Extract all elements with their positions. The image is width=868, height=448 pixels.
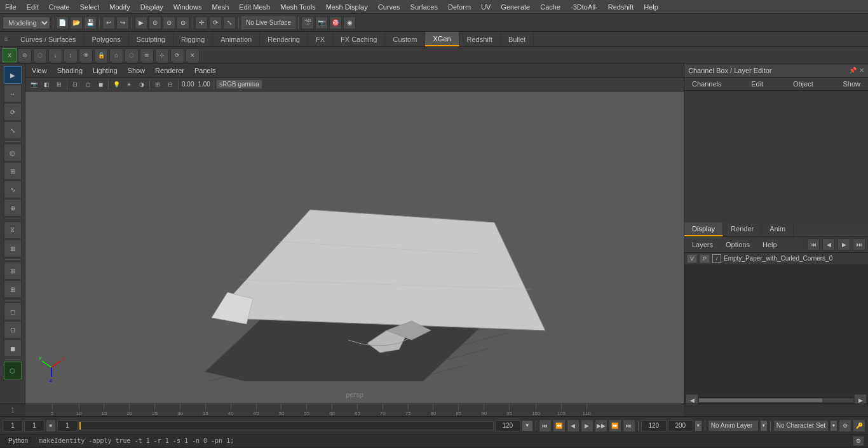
tool-snap-curve[interactable]: ∿ — [4, 180, 22, 198]
vp-smooth-btn[interactable]: ◻ — [82, 79, 93, 90]
vp-texture-btn[interactable]: ◼ — [95, 79, 106, 90]
tool-construction[interactable]: ⊞ — [4, 240, 22, 257]
menu-modify[interactable]: Modify — [104, 2, 135, 12]
pb-auto-key-btn[interactable]: 🔑 — [853, 419, 865, 432]
anim-layer-selector[interactable]: No Anim Layer — [708, 420, 759, 431]
vp-menu-view[interactable]: View — [28, 65, 51, 76]
frame-end-field[interactable]: 120 — [495, 420, 520, 431]
undo-btn[interactable]: ↩ — [102, 17, 115, 29]
pb-in-field[interactable]: 120 — [641, 420, 667, 431]
pb-prev-btn[interactable]: ◀ — [567, 419, 580, 432]
vp-light2-btn[interactable]: ☀ — [123, 79, 135, 90]
channel-tab-display[interactable]: Display — [684, 222, 723, 236]
tool-multi2[interactable]: ⊞ — [4, 280, 22, 298]
viewport[interactable]: View Shading Lighting Show Renderer Pane… — [25, 64, 684, 404]
tool-xgen-7[interactable]: 🔒 — [94, 48, 108, 62]
open-scene-btn[interactable]: 📂 — [70, 17, 83, 29]
menu-file[interactable]: File — [0, 2, 22, 12]
channel-tab-anim[interactable]: Anim — [762, 222, 794, 236]
menu-curves[interactable]: Curves — [373, 2, 405, 12]
snap-btn[interactable]: ⊙ — [177, 17, 189, 29]
layers-btn-options[interactable]: Options — [721, 240, 755, 250]
layer-item[interactable]: V P / Empty_Paper_with_Curled_Corners_0 — [684, 253, 868, 265]
tab-bullet[interactable]: Bullet — [501, 32, 534, 46]
tab-animation[interactable]: Animation — [213, 32, 260, 46]
tab-fx-caching[interactable]: FX Caching — [333, 32, 385, 46]
tick-field[interactable]: 1 — [57, 420, 78, 431]
playback-speed-btn[interactable]: ▼ — [522, 420, 533, 431]
tool-xgen-9[interactable]: ⬡ — [125, 48, 139, 62]
tool-xgen-13[interactable]: ✕ — [186, 48, 200, 62]
render-btn[interactable]: 🎬 — [301, 17, 314, 29]
render2-btn[interactable]: 📷 — [315, 17, 328, 29]
tab-rigging[interactable]: Rigging — [173, 32, 213, 46]
vp-shadow-btn[interactable]: ◑ — [136, 79, 147, 90]
pb-next-frame-btn[interactable]: ⏩ — [609, 419, 621, 432]
workspace-selector[interactable]: Modeling — [3, 17, 50, 29]
tool-xgen-12[interactable]: ⟳ — [170, 48, 184, 62]
menu-display[interactable]: Display — [135, 2, 168, 12]
tool-multi[interactable]: ⊞ — [4, 262, 22, 280]
viewport-canvas[interactable]: x y z persp — [25, 92, 684, 404]
scale-btn[interactable]: ⤡ — [223, 17, 236, 29]
timeline-ruler[interactable]: 5101520253035404550556065707580859095100… — [25, 404, 684, 416]
pb-out-field[interactable]: 200 — [668, 420, 693, 431]
tool-outline[interactable]: ◻ — [4, 302, 22, 320]
tool-xgen-5[interactable]: ↕ — [64, 48, 78, 62]
channel-box-close-btn[interactable]: ✕ — [859, 67, 864, 74]
vp-grid-btn[interactable]: ⊞ — [152, 79, 163, 90]
vp-wireframe-btn[interactable]: ⊡ — [69, 79, 81, 90]
menu-cache[interactable]: Cache — [535, 2, 566, 12]
save-scene-btn[interactable]: 💾 — [84, 17, 97, 29]
menu-edit-mesh[interactable]: Edit Mesh — [234, 2, 275, 12]
tab-redshift[interactable]: Redshift — [459, 32, 501, 46]
menu-windows[interactable]: Windows — [168, 2, 207, 12]
current-frame-field[interactable]: 1 — [3, 420, 23, 431]
cb-nav-edit[interactable]: Edit — [747, 79, 767, 89]
move-btn[interactable]: ✛ — [195, 17, 208, 29]
menu-3dtoall[interactable]: -3DtoAll- — [566, 2, 603, 12]
cb-nav-object[interactable]: Object — [789, 79, 817, 89]
menu-redshift[interactable]: Redshift — [603, 2, 639, 12]
tool-xgen-6[interactable]: 👁 — [79, 48, 93, 62]
tool-solid[interactable]: ◼ — [4, 339, 22, 357]
layers-btn-help[interactable]: Help — [757, 240, 782, 250]
ipr-btn[interactable]: ◉ — [343, 17, 356, 29]
tool-xgen-8[interactable]: ⌂ — [109, 48, 123, 62]
menu-generate[interactable]: Generate — [496, 2, 535, 12]
cb-nav-channels[interactable]: Channels — [688, 79, 725, 89]
menu-mesh-tools[interactable]: Mesh Tools — [275, 2, 320, 12]
live-surface-button[interactable]: No Live Surface — [241, 17, 295, 29]
color-space-selector[interactable]: sRGB gamma — [216, 79, 262, 89]
status-settings-btn[interactable]: ⚙ — [853, 436, 864, 446]
char-set-dropdown[interactable]: ▼ — [830, 420, 837, 431]
vp-menu-show[interactable]: Show — [124, 65, 149, 76]
menu-uv[interactable]: UV — [476, 2, 496, 12]
anim-layer-dropdown[interactable]: ▼ — [760, 420, 768, 431]
layers-nav-next[interactable]: ▶ — [837, 238, 850, 251]
vp-menu-panels[interactable]: Panels — [191, 65, 220, 76]
vp-hud-btn[interactable]: ⊟ — [165, 79, 176, 90]
new-scene-btn[interactable]: 📄 — [56, 17, 69, 29]
channel-tab-render[interactable]: Render — [723, 222, 762, 236]
vp-menu-renderer[interactable]: Renderer — [151, 65, 188, 76]
script-section-label[interactable]: Python — [4, 436, 32, 446]
menu-create[interactable]: Create — [44, 2, 75, 12]
layer-scrollbar[interactable] — [698, 398, 854, 403]
tool-xgen-2[interactable]: ⊙ — [18, 48, 32, 62]
menu-edit[interactable]: Edit — [22, 2, 44, 12]
tab-custom[interactable]: Custom — [386, 32, 426, 46]
tool-xgen-4[interactable]: ↓ — [48, 48, 62, 62]
tab-fx[interactable]: FX — [308, 32, 333, 46]
pb-play-btn[interactable]: ▶ — [581, 419, 593, 432]
vp-menu-shading[interactable]: Shading — [53, 65, 86, 76]
tab-rendering[interactable]: Rendering — [260, 32, 308, 46]
menu-mesh[interactable]: Mesh — [207, 2, 234, 12]
paint-btn[interactable]: ⊙ — [163, 17, 175, 29]
tool-xgen-3[interactable]: ⬡ — [33, 48, 47, 62]
menu-select[interactable]: Select — [75, 2, 105, 12]
tool-history[interactable]: ⧖ — [4, 221, 22, 239]
layers-btn-main[interactable]: Layers — [687, 240, 718, 250]
tab-sculpting[interactable]: Sculpting — [129, 32, 173, 46]
tool-xgen-icon[interactable]: ⬡ — [4, 362, 22, 379]
